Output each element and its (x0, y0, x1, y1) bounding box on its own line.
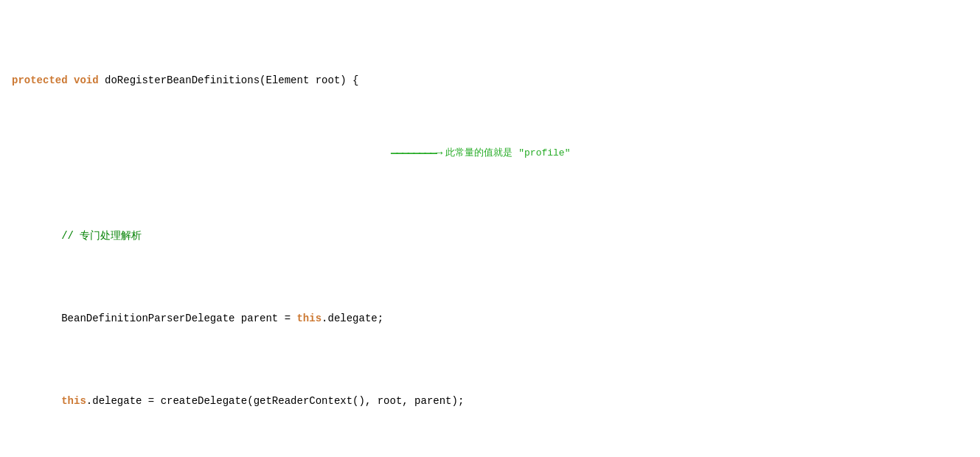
code-line-1: protected void doRegisterBeanDefinitions… (0, 72, 980, 88)
code-line-thisdelegate: this.delegate = createDelegate(getReader… (0, 393, 980, 409)
kw-this-2: this (61, 395, 86, 407)
code-line-comment1: // 专门处理解析 (0, 228, 980, 244)
code-viewer: protected void doRegisterBeanDefinitions… (0, 0, 980, 457)
code-line-beandef: BeanDefinitionParserDelegate parent = th… (0, 310, 980, 327)
keyword-void: void (74, 74, 99, 86)
keyword-protected: protected (12, 74, 68, 86)
kw-this-1: this (296, 313, 322, 324)
blank-line-1 (0, 155, 980, 162)
comment-zhuanmen: // 专门处理解析 (61, 230, 142, 242)
